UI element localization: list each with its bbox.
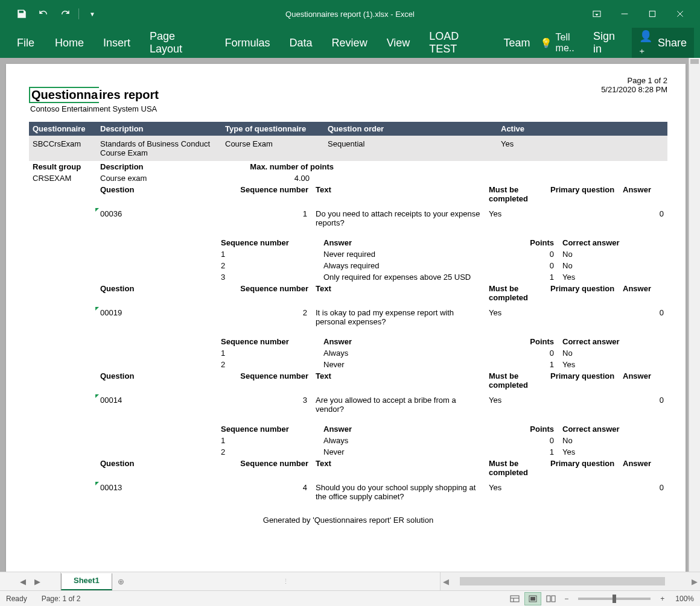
- close-button[interactable]: [672, 6, 688, 22]
- page-number: Page 1 of 2: [601, 76, 667, 85]
- answer-header-row: Sequence number Answer Points Correct an…: [29, 423, 667, 435]
- cell-ans-text: Always: [320, 347, 496, 359]
- window-title: Questionnaires report (1).xlsx - Excel: [285, 10, 415, 19]
- customize-qat-button[interactable]: ▼: [83, 4, 102, 24]
- question-header-row: Question Sequence number Text Must be co…: [29, 458, 667, 478]
- cell-max-points: 4.00: [221, 172, 313, 184]
- zoom-in-button[interactable]: +: [657, 595, 668, 603]
- tab-load-test[interactable]: LOAD TEST: [419, 24, 494, 62]
- questionnaire-row: SBCCrsExam Standards of Business Conduct…: [29, 136, 667, 161]
- cell-ans-points: 0: [496, 260, 558, 271]
- question-header-row: Question Sequence number Text Must be co…: [29, 370, 667, 391]
- col-seq-num: Sequence number: [221, 370, 312, 391]
- cell-ans-seq: 2: [217, 446, 320, 458]
- col-active: Active: [497, 122, 667, 136]
- annotation-arrow: [459, 570, 489, 572]
- answer-row: 2 Never 1 Yes: [29, 446, 667, 458]
- tab-page-layout[interactable]: Page Layout: [140, 24, 215, 62]
- cell-question-id: 00013: [97, 482, 221, 502]
- col-ans-seq: Sequence number: [217, 237, 320, 248]
- col-ans-points: Points: [496, 423, 558, 435]
- cell-ans-seq: 2: [217, 359, 320, 370]
- answer-row: 2 Always required 0 No: [29, 260, 667, 271]
- share-icon: 👤₊: [639, 30, 654, 56]
- svg-rect-10: [547, 596, 550, 602]
- answer-row: 1 Always 0 No: [29, 435, 667, 446]
- cell-ans-text: Never required: [320, 248, 496, 260]
- window-controls: [589, 6, 700, 22]
- cell-must: Yes: [485, 482, 547, 502]
- cell-question-id: 00019: [97, 307, 221, 327]
- tab-splitter[interactable]: ⋮: [282, 578, 288, 585]
- ribbon: File Home Insert Page Layout Formulas Da…: [0, 28, 700, 58]
- zoom-slider[interactable]: [578, 598, 651, 600]
- col-seq-num: Sequence number: [221, 283, 312, 303]
- tab-view[interactable]: View: [377, 31, 420, 55]
- horizontal-scrollbar[interactable]: ◀ ▶: [440, 572, 700, 590]
- status-page: Page: 1 of 2: [42, 595, 81, 603]
- zoom-out-button[interactable]: −: [561, 595, 572, 603]
- col-ans-correct: Correct answer: [558, 237, 638, 248]
- col-must: Must be completed: [485, 184, 547, 204]
- active-cell-outline[interactable]: Questionna: [29, 87, 99, 103]
- cell-description: Standards of Business Conduct Course Exa…: [97, 138, 221, 159]
- add-sheet-button[interactable]: ⊕: [112, 572, 130, 590]
- cell-type: Course Exam: [221, 138, 324, 159]
- cell-ans-points: 0: [496, 248, 558, 260]
- cell-ans-text: Never: [320, 359, 496, 370]
- ribbon-display-options[interactable]: [589, 6, 605, 22]
- tab-insert[interactable]: Insert: [94, 31, 140, 55]
- sheet-tab-active[interactable]: Sheet1: [61, 573, 112, 590]
- answer-header-row: Sequence number Answer Points Correct an…: [29, 237, 667, 248]
- sheet-nav-arrows[interactable]: ◀▶: [0, 572, 61, 590]
- tab-formulas[interactable]: Formulas: [215, 31, 280, 55]
- view-page-break-button[interactable]: [542, 592, 559, 605]
- cell-ans-correct: Yes: [558, 271, 638, 283]
- cell-ans-correct: No: [558, 260, 638, 271]
- cell-order: Sequential: [324, 138, 497, 159]
- col-question: Question: [97, 184, 221, 204]
- report-subtitle: Contoso Entertainment System USA: [30, 104, 667, 113]
- col-answer: Answer: [619, 370, 667, 391]
- view-normal-button[interactable]: [506, 592, 523, 605]
- tab-team[interactable]: Team: [494, 31, 540, 55]
- cell-ans-seq: 1: [217, 347, 320, 359]
- cell-answer: 0: [619, 482, 667, 502]
- cell-ans-seq: 2: [217, 260, 320, 271]
- tell-me-search[interactable]: 💡 Tell me..: [540, 32, 587, 54]
- scroll-thumb[interactable]: [460, 577, 665, 585]
- report-title-rest: ires report: [99, 88, 159, 101]
- cell-ans-seq: 1: [217, 248, 320, 260]
- col-primary: Primary question: [547, 184, 619, 204]
- col-seq-num: Sequence number: [221, 458, 312, 478]
- minimize-button[interactable]: [617, 6, 632, 22]
- question-row: 00019 2 It is okay to pad my expense rep…: [29, 307, 667, 327]
- save-button[interactable]: [12, 4, 31, 24]
- tab-home[interactable]: Home: [45, 31, 94, 55]
- undo-button[interactable]: [34, 4, 53, 24]
- cell-primary: [547, 482, 619, 502]
- col-primary: Primary question: [547, 370, 619, 391]
- redo-button[interactable]: [56, 4, 75, 24]
- cell-seq: 2: [221, 307, 312, 327]
- col-ans-correct: Correct answer: [558, 423, 638, 435]
- tell-me-label: Tell me..: [556, 32, 587, 54]
- vertical-scrollbar[interactable]: [689, 58, 700, 572]
- sign-in-button[interactable]: Sign in: [587, 30, 629, 55]
- tab-data[interactable]: Data: [280, 31, 322, 55]
- question-header-row: Question Sequence number Text Must be co…: [29, 283, 667, 303]
- question-row: 00014 3 Are you allowed to accept a brib…: [29, 394, 667, 415]
- view-page-layout-button[interactable]: [524, 592, 541, 605]
- share-button[interactable]: 👤₊ Share: [632, 26, 694, 60]
- workspace: Page 1 of 2 5/21/2020 8:28 PM Questionna…: [0, 58, 700, 572]
- file-tab[interactable]: File: [6, 31, 45, 55]
- maximize-button[interactable]: [644, 6, 660, 22]
- cell-ans-correct: No: [558, 347, 638, 359]
- answer-row: 3 Only required for expenses above 25 US…: [29, 271, 667, 283]
- statusbar: Ready Page: 1 of 2 − + 100%: [0, 590, 700, 606]
- col-text: Text: [312, 184, 485, 204]
- cell-ans-seq: 3: [217, 271, 320, 283]
- cell-questionnaire: SBCCrsExam: [29, 138, 97, 159]
- print-page: Page 1 of 2 5/21/2020 8:28 PM Questionna…: [6, 64, 686, 572]
- tab-review[interactable]: Review: [322, 31, 377, 55]
